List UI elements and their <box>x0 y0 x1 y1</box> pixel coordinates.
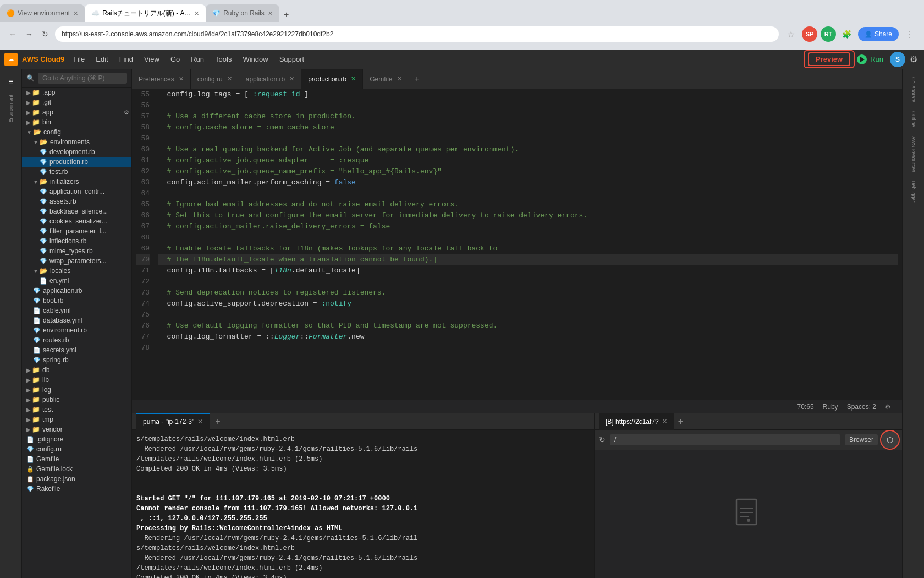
tree-item-mimetypes[interactable]: 💎 mime_types.rb <box>22 246 131 256</box>
tree-item-vendor[interactable]: ▶ 📁 vendor <box>22 424 131 434</box>
settings-gear-icon[interactable]: ⚙ <box>881 403 895 411</box>
right-sidebar-debugger[interactable]: Debugger <box>910 177 917 206</box>
settings-button[interactable]: ⚙ <box>908 52 920 67</box>
browser-tab-3[interactable]: 💎 Ruby on Rails ✕ <box>206 4 279 22</box>
tree-item-tmp[interactable]: ▶ 📁 tmp <box>22 415 131 424</box>
tree-item-development[interactable]: 💎 development.rb <box>22 147 131 157</box>
preview-refresh-button[interactable]: ↻ <box>599 435 606 444</box>
language-mode[interactable]: Ruby <box>818 403 843 411</box>
tree-item-boot[interactable]: 💎 boot.rb <box>22 296 131 306</box>
tree-item-initializers[interactable]: ▼ 📂 initializers <box>22 177 131 187</box>
address-bar[interactable]: https://us-east-2.console.aws.amazon.com… <box>55 26 779 42</box>
code-editor[interactable]: 5556575859 6061626364 6566676869 707172 … <box>132 89 902 400</box>
run-button[interactable]: Run <box>853 52 888 67</box>
menu-go[interactable]: Go <box>166 53 184 66</box>
tab-close-production[interactable]: ✕ <box>351 75 356 83</box>
tree-item-git[interactable]: ▶ 📁 .git <box>22 97 131 107</box>
browser-tab-2[interactable]: ☁️ Railsチュートリアル(新) - AWS C... ✕ <box>85 4 206 22</box>
tree-item-cookies[interactable]: 💎 cookies_serializer... <box>22 216 131 226</box>
sidebar-env-label[interactable]: Environment <box>7 91 15 126</box>
user-avatar[interactable]: S <box>890 52 905 67</box>
tree-item-public[interactable]: ▶ 📁 public <box>22 395 131 405</box>
editor-tab-production[interactable]: production.rb ✕ <box>301 69 363 89</box>
menu-button[interactable]: ⋮ <box>902 26 917 42</box>
sidebar-env-icon[interactable]: ≡ <box>1 74 21 89</box>
editor-tab-application[interactable]: application.rb ✕ <box>239 69 301 89</box>
tree-item-routes[interactable]: 💎 routes.rb <box>22 335 131 345</box>
tree-item-log[interactable]: ▶ 📁 log <box>22 385 131 395</box>
terminal-tab-close[interactable]: ✕ <box>197 418 203 426</box>
preview-url-input[interactable] <box>610 434 840 445</box>
tree-item-gemfile[interactable]: 📄 Gemfile <box>22 454 131 464</box>
tree-item-assets[interactable]: 💎 assets.rb <box>22 197 131 206</box>
tree-item-secrets[interactable]: 📄 secrets.yml <box>22 345 131 355</box>
profile-button-2[interactable]: RT <box>821 26 836 42</box>
preview-tab-close[interactable]: ✕ <box>662 418 667 425</box>
right-sidebar-collaborate[interactable]: Collaborate <box>910 74 917 106</box>
tab-close-config[interactable]: ✕ <box>227 75 232 83</box>
tab-close-1[interactable]: ✕ <box>73 10 78 17</box>
terminal-add[interactable]: + <box>210 417 226 427</box>
tree-item-spring[interactable]: 💎 spring.rb <box>22 355 131 365</box>
tab-close-3[interactable]: ✕ <box>268 10 273 17</box>
tree-item-wrapparams[interactable]: 💎 wrap_parameters... <box>22 256 131 266</box>
tab-close-gemfile[interactable]: ✕ <box>397 75 402 83</box>
preview-browser-button[interactable]: Browser <box>845 434 878 445</box>
spaces-setting[interactable]: Spaces: 2 <box>843 403 881 411</box>
editor-tab-config[interactable]: config.ru ✕ <box>191 69 239 89</box>
tree-item-lib[interactable]: ▶ 📁 lib <box>22 375 131 385</box>
editor-tab-add[interactable]: + <box>409 74 425 84</box>
tree-item-config[interactable]: ▼ 📂 config <box>22 127 131 137</box>
tree-item-config-ru[interactable]: 💎 config.ru <box>22 444 131 454</box>
tree-item-test[interactable]: 💎 test.rb <box>22 167 131 177</box>
tree-item-bin[interactable]: ▶ 📁 bin <box>22 117 131 127</box>
menu-window[interactable]: Window <box>238 53 272 66</box>
back-button[interactable]: ← <box>7 28 19 41</box>
gear-icon[interactable]: ⚙ <box>124 109 129 116</box>
tree-item-db[interactable]: ▶ 📁 db <box>22 365 131 375</box>
forward-button[interactable]: → <box>23 28 35 41</box>
new-tab-button[interactable]: + <box>279 8 293 22</box>
code-content[interactable]: config.log_tags = [ :request_id ] # Use … <box>154 89 902 400</box>
menu-support[interactable]: Support <box>275 53 309 66</box>
tree-item-app-root[interactable]: ▶ 📁 .app <box>22 88 131 97</box>
tree-item-test-dir[interactable]: ▶ 📁 test <box>22 405 131 415</box>
menu-file[interactable]: File <box>69 53 89 66</box>
tab-close-preferences[interactable]: ✕ <box>179 75 184 83</box>
menu-view[interactable]: View <box>140 53 164 66</box>
tree-item-production[interactable]: 💎 production.rb <box>22 157 131 167</box>
tree-item-package-json[interactable]: 📋 package.json <box>22 474 131 484</box>
tree-item-rakefile[interactable]: 💎 Rakefile <box>22 484 131 494</box>
menu-find[interactable]: Find <box>115 53 138 66</box>
tree-item-locales[interactable]: ▼ 📂 locales <box>22 266 131 276</box>
tree-item-database[interactable]: 📄 database.yml <box>22 315 131 325</box>
right-sidebar-outline[interactable]: Outline <box>910 108 917 130</box>
extensions-button[interactable]: 🧩 <box>839 26 855 42</box>
search-input[interactable] <box>38 73 127 84</box>
tree-item-appctrl[interactable]: 💎 application_contr... <box>22 187 131 197</box>
menu-tools[interactable]: Tools <box>211 53 236 66</box>
tree-item-environments[interactable]: ▼ 📂 environments <box>22 137 131 147</box>
bookmark-button[interactable]: ☆ <box>783 26 799 42</box>
terminal-tab-puma[interactable]: puma - "ip-172-3" ✕ <box>136 413 210 430</box>
tree-item-cable[interactable]: 📄 cable.yml <box>22 306 131 315</box>
tree-item-gitignore[interactable]: 📄 .gitignore <box>22 434 131 444</box>
share-button[interactable]: 👤 Share <box>858 27 899 41</box>
profile-button-1[interactable]: SP <box>802 26 817 42</box>
tree-item-appilcation-rb[interactable]: 💎 application.rb <box>22 286 131 296</box>
open-external-button[interactable]: ⬡ <box>882 432 898 448</box>
menu-run[interactable]: Run <box>186 53 208 66</box>
tree-item-backtrace[interactable]: 💎 backtrace_silence... <box>22 206 131 216</box>
preview-tab-browser[interactable]: [B] https://2c1af7? ✕ <box>599 413 674 430</box>
editor-tab-preferences[interactable]: Preferences ✕ <box>132 69 191 89</box>
tree-item-gemfile-lock[interactable]: 🔒 Gemfile.lock <box>22 464 131 474</box>
editor-tab-gemfile[interactable]: Gemfile ✕ <box>363 69 409 89</box>
tree-item-environment-rb[interactable]: 💎 environment.rb <box>22 325 131 335</box>
terminal-content[interactable]: s/templates/rails/welcome/index.html.erb… <box>132 430 594 578</box>
browser-tab-1[interactable]: 🟠 View environment ✕ <box>0 4 85 22</box>
right-sidebar-aws-resources[interactable]: AWS Resources <box>910 133 917 176</box>
tree-item-filter[interactable]: 💎 filter_parameter_l... <box>22 226 131 236</box>
tab-close-application[interactable]: ✕ <box>289 75 294 83</box>
menu-edit[interactable]: Edit <box>91 53 112 66</box>
preview-add[interactable]: + <box>674 417 688 427</box>
